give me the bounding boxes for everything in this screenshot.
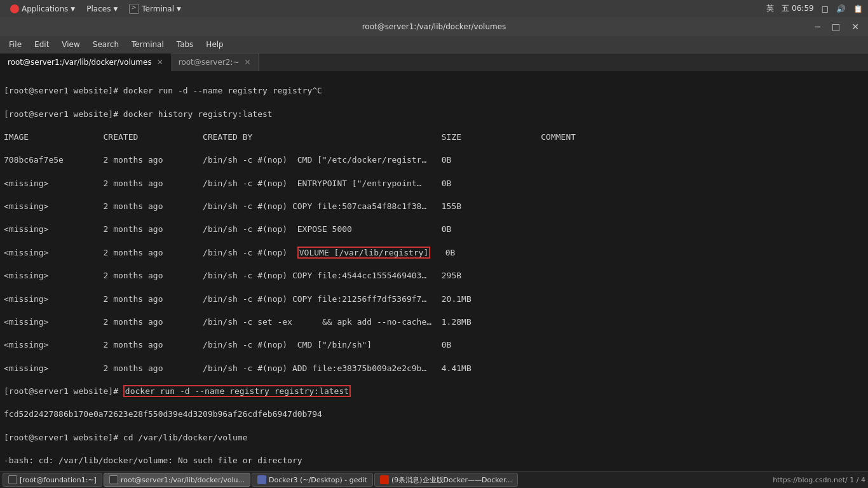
- menu-terminal[interactable]: Terminal: [125, 39, 170, 50]
- menu-tabs[interactable]: Tabs: [170, 39, 200, 50]
- line-7: <missing> 2 months ago /bin/sh -c #(nop)…: [4, 224, 864, 235]
- volume-highlight: VOLUME [/var/lib/registry]: [297, 247, 431, 259]
- clipboard-icon: 📋: [853, 4, 863, 13]
- taskbar-right: https://blog.csdn.net/ 1 / 4: [773, 476, 865, 484]
- menu-help[interactable]: Help: [200, 39, 229, 50]
- line-12: <missing> 2 months ago /bin/sh -c #(nop)…: [4, 339, 864, 351]
- tab-server2[interactable]: root@server2:~ ✕: [171, 53, 259, 71]
- line-3: IMAGE CREATED CREATED BY SIZE COMMENT: [4, 132, 864, 143]
- apps-caret: ▼: [71, 6, 75, 12]
- speaker-icon: 🔊: [836, 4, 846, 13]
- terminal-caret: ▼: [177, 6, 181, 12]
- day-label: 五: [782, 4, 789, 13]
- taskbar-icon-1: [8, 475, 17, 484]
- line-cd: [root@server1 website]# cd /var/lib/dock…: [4, 432, 864, 444]
- line-9: <missing> 2 months ago /bin/sh -c #(nop)…: [4, 270, 864, 281]
- terminal-label: Terminal: [142, 4, 174, 13]
- line-cd-error: -bash: cd: /var/lib/docker/volume: No su…: [4, 455, 864, 466]
- taskbar-icon-4: [380, 475, 389, 484]
- system-bar-left: Applications ▼ Places ▼ Terminal ▼: [5, 3, 186, 15]
- title-bar: root@server1:/var/lib/docker/volumes ─ □…: [0, 17, 868, 36]
- line-13: <missing> 2 months ago /bin/sh -c #(nop)…: [4, 363, 864, 374]
- taskbar-icon-2: [109, 475, 118, 484]
- maximize-button[interactable]: □: [829, 22, 843, 32]
- menu-edit[interactable]: Edit: [28, 39, 55, 50]
- system-bar: Applications ▼ Places ▼ Terminal ▼ 英 五 0…: [0, 0, 868, 17]
- taskbar-icon-3: [257, 475, 266, 484]
- terminal-menu[interactable]: Terminal ▼: [124, 3, 186, 15]
- taskbar-item-server1[interactable]: root@server1:/var/lib/docker/volu...: [104, 473, 250, 487]
- tab-server1[interactable]: root@server1:/var/lib/docker/volumes ✕: [0, 53, 171, 71]
- app-icon: [10, 4, 19, 13]
- window-controls: ─ □ ✕: [813, 22, 862, 32]
- line-1: [root@server1 website]# docker run -d --…: [4, 85, 864, 97]
- tab-close-server2[interactable]: ✕: [245, 58, 251, 67]
- line-hash: fcd52d2427886b170e0a72623e28f550d39e4d32…: [4, 409, 864, 420]
- line-10: <missing> 2 months ago /bin/sh -c #(nop)…: [4, 294, 864, 305]
- line-4: 708bc6af7e5e 2 months ago /bin/sh -c #(n…: [4, 154, 864, 166]
- tab-label-server1: root@server1:/var/lib/docker/volumes: [8, 58, 152, 67]
- run-cmd-highlight: docker run -d --name registry registry:l…: [123, 385, 351, 397]
- taskbar: [root@foundation1:~] root@server1:/var/l…: [0, 471, 868, 488]
- menu-bar: File Edit View Search Terminal Tabs Help: [0, 36, 868, 53]
- line-11: <missing> 2 months ago /bin/sh -c set -e…: [4, 316, 864, 328]
- line-6: <missing> 2 months ago /bin/sh -c #(nop)…: [4, 201, 864, 212]
- monitor-icon: □: [822, 4, 829, 13]
- close-button[interactable]: ✕: [849, 22, 862, 32]
- tabs-bar: root@server1:/var/lib/docker/volumes ✕ r…: [0, 53, 868, 71]
- line-run-cmd: [root@server1 website]# docker run -d --…: [4, 386, 864, 397]
- day-time: 五 06:59: [782, 3, 813, 14]
- taskbar-label-4: (9条消息)企业版Docker——Docker...: [391, 475, 512, 485]
- applications-label: Applications: [22, 4, 68, 13]
- places-caret: ▼: [113, 6, 118, 12]
- system-bar-right: 英 五 06:59 □ 🔊 📋: [766, 3, 863, 14]
- taskbar-label-3: Docker3 (~/Desktop) - gedit: [269, 476, 367, 484]
- taskbar-item-foundation[interactable]: [root@foundation1:~]: [3, 473, 102, 487]
- menu-view[interactable]: View: [55, 39, 86, 50]
- terminal-content[interactable]: [root@server1 website]# docker run -d --…: [0, 71, 868, 471]
- menu-search[interactable]: Search: [86, 39, 125, 50]
- tab-label-server2: root@server2:~: [179, 58, 240, 67]
- time-label: 06:59: [792, 4, 814, 13]
- taskbar-label-1: [root@foundation1:~]: [20, 476, 97, 484]
- applications-menu[interactable]: Applications ▼: [5, 3, 80, 15]
- minimize-button[interactable]: ─: [813, 22, 823, 32]
- line-5: <missing> 2 months ago /bin/sh -c #(nop)…: [4, 178, 864, 189]
- taskbar-label-2: root@server1:/var/lib/docker/volu...: [121, 476, 245, 484]
- line-2: [root@server1 website]# docker history r…: [4, 109, 864, 120]
- terminal-icon: [129, 4, 139, 14]
- taskbar-item-firefox[interactable]: (9条消息)企业版Docker——Docker...: [374, 473, 518, 487]
- places-menu[interactable]: Places ▼: [81, 3, 123, 15]
- language-indicator[interactable]: 英: [766, 3, 774, 14]
- window-title: root@server1:/var/lib/docker/volumes: [362, 22, 506, 31]
- places-label: Places: [86, 4, 111, 13]
- taskbar-item-gedit[interactable]: Docker3 (~/Desktop) - gedit: [252, 473, 373, 487]
- tab-close-server1[interactable]: ✕: [157, 58, 163, 67]
- terminal-window: root@server1:/var/lib/docker/volumes ─ □…: [0, 17, 868, 471]
- line-8: <missing> 2 months ago /bin/sh -c #(nop)…: [4, 247, 864, 259]
- menu-file[interactable]: File: [3, 39, 28, 50]
- taskbar-url: https://blog.csdn.net/ 1 / 4: [773, 476, 865, 484]
